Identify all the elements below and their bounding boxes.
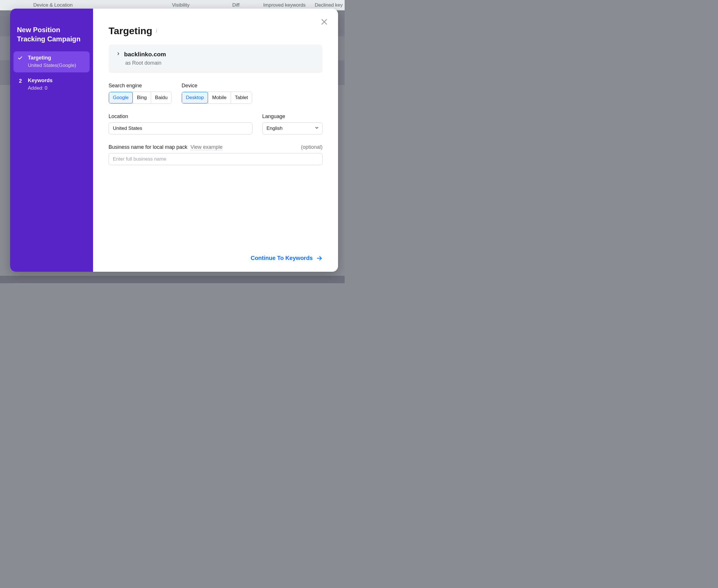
device-option-desktop[interactable]: Desktop: [182, 92, 208, 103]
device-segmented: Desktop Mobile Tablet: [182, 92, 252, 104]
page-title: Targeting i: [109, 25, 322, 37]
search-engine-segmented: Google Bing Baidu: [109, 92, 172, 104]
view-example-link[interactable]: View example: [190, 144, 223, 150]
check-icon: [18, 55, 23, 61]
search-engine-option-google[interactable]: Google: [109, 92, 133, 103]
step-targeting-sub: United States(Google): [28, 63, 86, 68]
step-keywords-sub: Added: 0: [28, 85, 86, 91]
location-group: Location: [109, 113, 252, 134]
close-icon: [320, 18, 328, 26]
bg-col-visibility: Visibility: [138, 2, 201, 8]
chevron-right-icon: [117, 52, 120, 57]
step-number: 2: [18, 78, 23, 84]
search-engine-group: Search engine Google Bing Baidu: [109, 83, 172, 104]
domain-card[interactable]: backlinko.com as Root domain: [109, 44, 322, 73]
language-select[interactable]: [262, 122, 322, 134]
language-group: Language: [262, 113, 322, 134]
sidebar-step-targeting[interactable]: Targeting United States(Google): [14, 51, 90, 72]
modal-main: Targeting i backlinko.com as Root domain…: [93, 8, 338, 272]
device-label: Device: [182, 83, 252, 89]
continue-button-label: Continue To Keywords: [251, 255, 313, 261]
domain-sub: as Root domain: [125, 60, 315, 66]
close-button[interactable]: [318, 16, 330, 27]
arrow-right-icon: [316, 255, 322, 261]
info-icon[interactable]: i: [156, 28, 157, 34]
location-label: Location: [109, 113, 252, 120]
bg-col-improved: Improved keywords: [244, 2, 310, 8]
search-engine-option-bing[interactable]: Bing: [133, 92, 151, 103]
business-name-input[interactable]: [109, 153, 322, 165]
search-engine-option-baidu[interactable]: Baidu: [151, 92, 171, 103]
bg-col-device-location: Device & Location: [29, 2, 138, 8]
sidebar-title: New Position Tracking Campaign: [14, 25, 90, 51]
business-name-label-text: Business name for local map pack: [109, 144, 187, 150]
step-targeting-label: Targeting: [28, 55, 86, 61]
device-option-tablet[interactable]: Tablet: [231, 92, 252, 103]
location-input[interactable]: [109, 122, 252, 134]
search-engine-label: Search engine: [109, 83, 172, 89]
bg-col-diff: Diff: [201, 2, 244, 8]
modal-sidebar: New Position Tracking Campaign Targeting…: [10, 8, 93, 272]
page-title-text: Targeting: [109, 25, 152, 37]
optional-label: (optional): [301, 144, 322, 150]
sidebar-step-keywords[interactable]: 2 Keywords Added: 0: [14, 74, 90, 95]
business-name-label: Business name for local map pack View ex…: [109, 144, 223, 150]
domain-name: backlinko.com: [124, 51, 166, 58]
language-label: Language: [262, 113, 322, 120]
device-option-mobile[interactable]: Mobile: [208, 92, 231, 103]
device-group: Device Desktop Mobile Tablet: [182, 83, 252, 104]
bg-col-declined: Declined key: [310, 2, 345, 8]
continue-button[interactable]: Continue To Keywords: [251, 255, 322, 261]
campaign-setup-modal: New Position Tracking Campaign Targeting…: [10, 8, 338, 272]
step-keywords-label: Keywords: [28, 78, 86, 84]
